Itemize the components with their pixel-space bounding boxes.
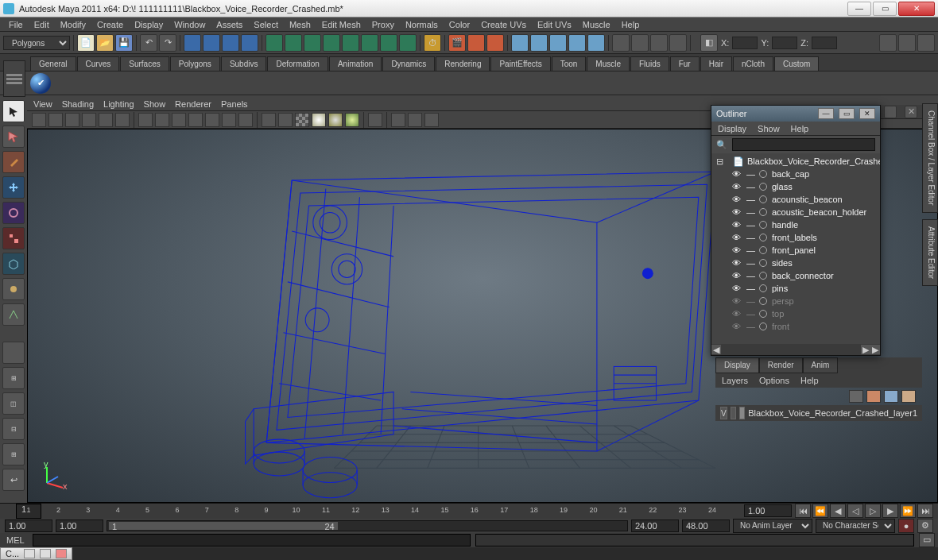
- menu-assets[interactable]: Assets: [211, 17, 248, 31]
- tree-item[interactable]: 👁 — glass: [711, 180, 880, 193]
- shelf-tab-rendering[interactable]: Rendering: [436, 56, 490, 71]
- vp-menu-shading[interactable]: Shading: [62, 99, 94, 109]
- tree-item[interactable]: 👁 — sides: [711, 257, 880, 269]
- layer-row[interactable]: V Blackbox_Voice_Recorder_Crashed_layer1: [715, 405, 922, 421]
- shelf-tab-dynamics[interactable]: Dynamics: [382, 56, 435, 71]
- menu-set-selector[interactable]: Polygons: [3, 36, 70, 50]
- layer-menu-help[interactable]: Help: [800, 376, 819, 385]
- range-end[interactable]: [631, 519, 679, 532]
- menu-create[interactable]: Create: [91, 17, 129, 31]
- range-slider[interactable]: 1 24: [107, 520, 628, 531]
- layer-tab-display[interactable]: Display: [715, 357, 759, 373]
- tree-item[interactable]: 👁 — persp: [711, 295, 880, 307]
- timeline-end-field[interactable]: [744, 504, 792, 517]
- vp-lock-camera-icon[interactable]: [48, 113, 63, 127]
- vp-field-chart-icon[interactable]: [205, 113, 219, 127]
- select-edge-icon[interactable]: [203, 34, 220, 52]
- shelf-tab-custom[interactable]: Custom: [774, 56, 819, 71]
- move-tool[interactable]: [2, 176, 25, 199]
- taskbar-close-icon[interactable]: [56, 549, 67, 558]
- shelf-tab-ncloth[interactable]: nCloth: [733, 56, 773, 71]
- layer-type-toggle[interactable]: [731, 407, 736, 419]
- shelf-tab-subdivs[interactable]: Subdivs: [221, 56, 267, 71]
- step-back-button[interactable]: ◀: [830, 504, 846, 518]
- visibility-icon[interactable]: 👁: [732, 322, 742, 331]
- y-input[interactable]: [772, 37, 797, 49]
- shelf-tab-animation[interactable]: Animation: [329, 56, 382, 71]
- outliner-menu-show[interactable]: Show: [758, 124, 780, 133]
- menu-modify[interactable]: Modify: [55, 17, 91, 31]
- undo-icon[interactable]: ↶: [140, 34, 157, 52]
- outliner-maximize-button[interactable]: ▭: [839, 108, 855, 119]
- outliner-search-input[interactable]: [732, 138, 875, 151]
- vp-safe-action-icon[interactable]: [222, 113, 236, 127]
- layer-menu-options[interactable]: Options: [759, 376, 789, 385]
- vp-expose-icon[interactable]: [424, 113, 439, 127]
- shelf-tab-fur[interactable]: Fur: [670, 56, 700, 71]
- vp-menu-show[interactable]: Show: [144, 99, 166, 109]
- outliner-menu-display[interactable]: Display: [718, 124, 746, 133]
- menu-edituvs[interactable]: Edit UVs: [532, 17, 577, 31]
- range-end-outer[interactable]: [682, 519, 730, 532]
- snap-point-icon[interactable]: [304, 34, 321, 52]
- shelf-tab-polygons[interactable]: Polygons: [170, 56, 220, 71]
- outliner-menu-help[interactable]: Help: [791, 124, 809, 133]
- vp-grid-icon[interactable]: [138, 113, 153, 127]
- move-down-icon[interactable]: [901, 390, 916, 403]
- select-vertex-icon[interactable]: [184, 34, 201, 52]
- universal-manip-tool[interactable]: [2, 253, 25, 275]
- snap-plane-icon[interactable]: [323, 34, 340, 52]
- vp-film-gate-icon[interactable]: [155, 113, 169, 127]
- tree-item[interactable]: 👁 — front_labels: [711, 231, 880, 244]
- play-fwd-button[interactable]: ▷: [865, 504, 881, 518]
- menu-window[interactable]: Window: [169, 17, 211, 31]
- outliner-tree[interactable]: ⊟ 📄 Blackbox_Voice_Recorder_Crashed 👁 — …: [711, 153, 880, 344]
- vp-shadows-icon[interactable]: [328, 113, 343, 127]
- channel-box-tab[interactable]: Channel Box / Layer Editor: [922, 103, 938, 213]
- close-panel-icon[interactable]: ✕: [905, 106, 917, 118]
- vp-xray-icon[interactable]: [391, 113, 405, 127]
- input-box-icon[interactable]: [511, 34, 529, 52]
- snap-normal-icon[interactable]: [399, 34, 417, 52]
- shelf-tab-toon[interactable]: Toon: [552, 56, 587, 71]
- layer-tab-anim[interactable]: Anim: [803, 357, 839, 373]
- tree-item[interactable]: 👁 — front: [711, 320, 880, 333]
- vp-image-plane-icon[interactable]: [82, 113, 96, 127]
- vp-resolution-gate-icon[interactable]: [172, 113, 186, 127]
- shelf-tab-painteffects[interactable]: PaintEffects: [490, 56, 550, 71]
- taskbar-tab[interactable]: C...: [0, 547, 72, 560]
- lasso-tool[interactable]: [2, 126, 25, 148]
- visibility-icon[interactable]: 👁: [732, 296, 742, 306]
- scale-tool[interactable]: [2, 227, 25, 249]
- visibility-icon[interactable]: 👁: [732, 245, 742, 255]
- vp-smooth-shade-icon[interactable]: [278, 113, 293, 127]
- play-back-button[interactable]: ◁: [847, 504, 863, 518]
- menu-createuvs[interactable]: Create UVs: [475, 17, 532, 31]
- character-set-select[interactable]: No Character Set: [816, 519, 895, 533]
- shelf-tab-fluids[interactable]: Fluids: [630, 56, 669, 71]
- tree-item[interactable]: 👁 — top: [711, 307, 880, 320]
- vp-use-lights-icon[interactable]: [312, 113, 326, 127]
- move-up-icon[interactable]: [884, 390, 898, 403]
- tree-item[interactable]: 👁 — acounstic_beacon: [711, 193, 880, 206]
- vp-wireframe-icon[interactable]: [262, 113, 276, 127]
- outliner-close-button[interactable]: ✕: [859, 108, 875, 119]
- layer-color-swatch[interactable]: [739, 407, 745, 419]
- menu-file[interactable]: File: [3, 17, 29, 31]
- taskbar-min-icon[interactable]: [24, 549, 35, 558]
- visibility-icon[interactable]: 👁: [732, 258, 742, 268]
- paint-select-tool[interactable]: [2, 151, 25, 173]
- new-layer-icon[interactable]: [849, 390, 863, 403]
- ipr-icon[interactable]: [467, 34, 485, 52]
- outliner-titlebar[interactable]: Outliner — ▭ ✕: [711, 106, 880, 122]
- menu-mesh[interactable]: Mesh: [284, 17, 316, 31]
- go-start-button[interactable]: ⏮: [795, 504, 811, 518]
- snap-curve-icon[interactable]: [285, 34, 302, 52]
- construction-icon[interactable]: [530, 34, 548, 52]
- layout-icon[interactable]: [549, 34, 567, 52]
- hypershade-icon[interactable]: [568, 34, 586, 52]
- collapse-icon[interactable]: ⊟: [716, 156, 723, 167]
- timeline[interactable]: 1 12345678910111213141516171819202122232…: [0, 503, 938, 519]
- cmd-lang-label[interactable]: MEL: [3, 535, 28, 545]
- snap-live-icon[interactable]: [342, 34, 359, 52]
